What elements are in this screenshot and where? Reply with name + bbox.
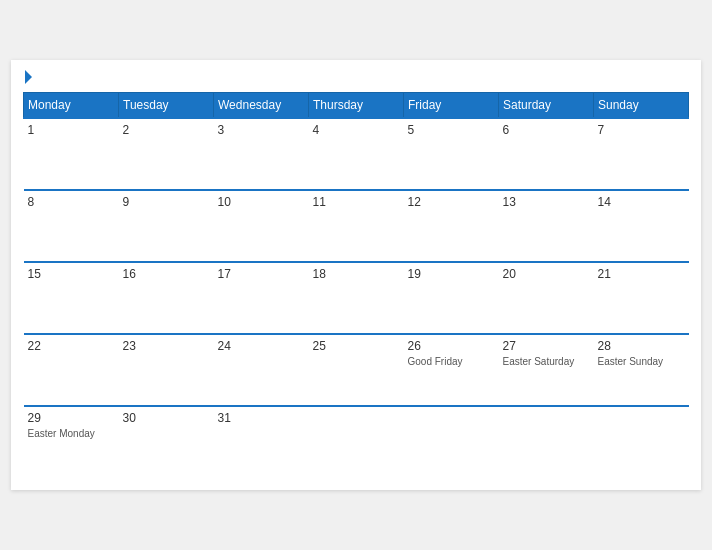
- calendar-cell: 18: [309, 262, 404, 334]
- calendar-container: MondayTuesdayWednesdayThursdayFridaySatu…: [11, 60, 701, 490]
- day-number: 14: [598, 195, 685, 209]
- week-row-2: 891011121314: [24, 190, 689, 262]
- calendar-cell: [594, 406, 689, 478]
- day-number: 5: [408, 123, 495, 137]
- day-number: 28: [598, 339, 685, 353]
- day-number: 24: [218, 339, 305, 353]
- day-number: 10: [218, 195, 305, 209]
- calendar-header: [23, 70, 689, 84]
- day-number: 13: [503, 195, 590, 209]
- weekday-header-wednesday: Wednesday: [214, 93, 309, 119]
- calendar-cell: 13: [499, 190, 594, 262]
- day-number: 1: [28, 123, 115, 137]
- calendar-cell: 6: [499, 118, 594, 190]
- calendar-cell: 19: [404, 262, 499, 334]
- week-row-4: 2223242526Good Friday27Easter Saturday28…: [24, 334, 689, 406]
- calendar-cell: 12: [404, 190, 499, 262]
- day-number: 21: [598, 267, 685, 281]
- day-number: 17: [218, 267, 305, 281]
- calendar-cell: 29Easter Monday: [24, 406, 119, 478]
- day-number: 18: [313, 267, 400, 281]
- week-row-3: 15161718192021: [24, 262, 689, 334]
- calendar-cell: [404, 406, 499, 478]
- day-number: 26: [408, 339, 495, 353]
- day-number: 12: [408, 195, 495, 209]
- calendar-table: MondayTuesdayWednesdayThursdayFridaySatu…: [23, 92, 689, 478]
- day-number: 31: [218, 411, 305, 425]
- day-number: 20: [503, 267, 590, 281]
- weekday-header-friday: Friday: [404, 93, 499, 119]
- calendar-cell: 17: [214, 262, 309, 334]
- week-row-1: 1234567: [24, 118, 689, 190]
- calendar-cell: 24: [214, 334, 309, 406]
- day-number: 4: [313, 123, 400, 137]
- calendar-cell: 21: [594, 262, 689, 334]
- day-number: 7: [598, 123, 685, 137]
- weekday-header-monday: Monday: [24, 93, 119, 119]
- calendar-cell: 23: [119, 334, 214, 406]
- calendar-cell: 30: [119, 406, 214, 478]
- day-number: 2: [123, 123, 210, 137]
- calendar-cell: 2: [119, 118, 214, 190]
- day-number: 30: [123, 411, 210, 425]
- day-number: 22: [28, 339, 115, 353]
- logo: [23, 70, 32, 84]
- calendar-cell: 7: [594, 118, 689, 190]
- day-number: 6: [503, 123, 590, 137]
- calendar-cell: 26Good Friday: [404, 334, 499, 406]
- calendar-cell: 8: [24, 190, 119, 262]
- calendar-cell: 4: [309, 118, 404, 190]
- holiday-label: Good Friday: [408, 355, 495, 368]
- day-number: 11: [313, 195, 400, 209]
- calendar-cell: 31: [214, 406, 309, 478]
- weekday-header-tuesday: Tuesday: [119, 93, 214, 119]
- calendar-cell: 11: [309, 190, 404, 262]
- holiday-label: Easter Sunday: [598, 355, 685, 368]
- calendar-cell: 27Easter Saturday: [499, 334, 594, 406]
- holiday-label: Easter Monday: [28, 427, 115, 440]
- calendar-cell: 1: [24, 118, 119, 190]
- calendar-cell: 25: [309, 334, 404, 406]
- calendar-cell: 5: [404, 118, 499, 190]
- holiday-label: Easter Saturday: [503, 355, 590, 368]
- calendar-cell: 9: [119, 190, 214, 262]
- calendar-cell: 16: [119, 262, 214, 334]
- calendar-cell: 20: [499, 262, 594, 334]
- day-number: 27: [503, 339, 590, 353]
- day-number: 23: [123, 339, 210, 353]
- calendar-cell: 15: [24, 262, 119, 334]
- weekday-header-row: MondayTuesdayWednesdayThursdayFridaySatu…: [24, 93, 689, 119]
- day-number: 29: [28, 411, 115, 425]
- day-number: 8: [28, 195, 115, 209]
- day-number: 25: [313, 339, 400, 353]
- calendar-cell: 3: [214, 118, 309, 190]
- day-number: 15: [28, 267, 115, 281]
- day-number: 16: [123, 267, 210, 281]
- week-row-5: 29Easter Monday3031: [24, 406, 689, 478]
- calendar-cell: [499, 406, 594, 478]
- calendar-cell: 28Easter Sunday: [594, 334, 689, 406]
- day-number: 19: [408, 267, 495, 281]
- calendar-cell: [309, 406, 404, 478]
- weekday-header-saturday: Saturday: [499, 93, 594, 119]
- day-number: 3: [218, 123, 305, 137]
- day-number: 9: [123, 195, 210, 209]
- calendar-cell: 14: [594, 190, 689, 262]
- calendar-cell: 22: [24, 334, 119, 406]
- weekday-header-thursday: Thursday: [309, 93, 404, 119]
- weekday-header-sunday: Sunday: [594, 93, 689, 119]
- calendar-cell: 10: [214, 190, 309, 262]
- logo-triangle-icon: [25, 70, 32, 84]
